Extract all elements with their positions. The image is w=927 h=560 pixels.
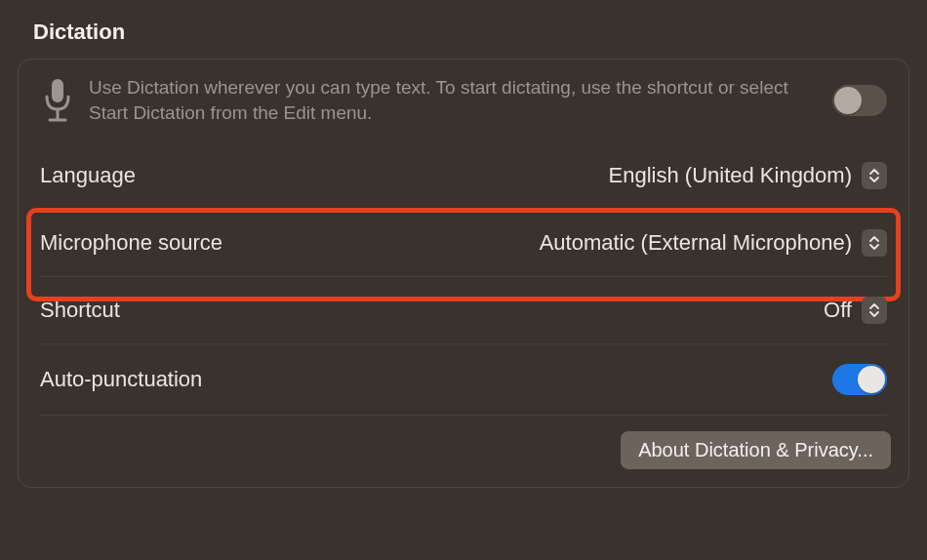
- language-select-stepper[interactable]: [862, 162, 887, 189]
- row-shortcut[interactable]: Shortcut Off: [19, 277, 908, 343]
- language-label: Language: [40, 163, 136, 188]
- row-language[interactable]: Language English (United Kingdom): [19, 142, 908, 209]
- footer-row: About Dictation & Privacy...: [19, 416, 908, 487]
- language-value: English (United Kingdom): [609, 163, 852, 188]
- shortcut-label: Shortcut: [40, 298, 120, 323]
- dictation-panel: Use Dictation wherever you can type text…: [18, 59, 909, 488]
- toggle-knob: [858, 366, 885, 393]
- section-title: Dictation: [33, 20, 909, 45]
- dictation-toggle[interactable]: [832, 85, 887, 116]
- shortcut-select-stepper[interactable]: [862, 297, 887, 324]
- shortcut-value: Off: [824, 298, 852, 323]
- svg-rect-0: [52, 79, 63, 102]
- autopunct-toggle[interactable]: [832, 364, 887, 395]
- microphone-value-wrap: Automatic (External Microphone): [540, 229, 887, 257]
- shortcut-value-wrap: Off: [824, 297, 887, 324]
- toggle-knob: [834, 87, 862, 114]
- microphone-label: Microphone source: [40, 230, 222, 256]
- about-dictation-privacy-button[interactable]: About Dictation & Privacy...: [621, 431, 891, 469]
- language-value-wrap: English (United Kingdom): [609, 162, 887, 189]
- row-microphone[interactable]: Microphone source Automatic (External Mi…: [19, 210, 908, 276]
- autopunct-label: Auto-punctuation: [40, 367, 202, 392]
- header-description: Use Dictation wherever you can type text…: [89, 75, 819, 125]
- row-autopunctuation: Auto-punctuation: [19, 344, 908, 415]
- microphone-select-stepper[interactable]: [862, 229, 887, 257]
- microphone-icon: [40, 77, 75, 124]
- header-row: Use Dictation wherever you can type text…: [19, 60, 908, 142]
- microphone-value: Automatic (External Microphone): [540, 230, 852, 256]
